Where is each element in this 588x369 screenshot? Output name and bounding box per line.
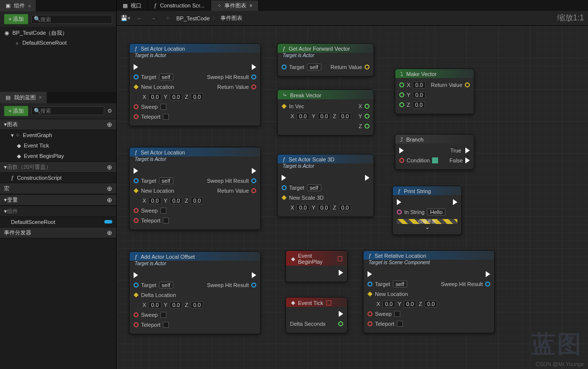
add-graph-icon[interactable]: ⊕ (107, 121, 112, 128)
section-components-sub[interactable]: ▾ 组件 (0, 206, 116, 217)
event-badge-icon (338, 256, 342, 261)
blueprint-icon: ▤ (5, 94, 11, 100)
target-pin[interactable] (134, 74, 139, 79)
exec-in-pin[interactable] (134, 168, 138, 174)
node-set-actor-location-2[interactable]: ƒSet Actor Location Target is Actor Targ… (129, 147, 261, 230)
node-set-actor-location-1[interactable]: ƒSet Actor Location Target is Actor Targ… (129, 43, 261, 126)
graph-icon[interactable]: ⁘ (162, 13, 172, 23)
zoom-label: 缩放1:1 (557, 13, 584, 23)
construction-script-item[interactable]: ƒConstructionScript (0, 173, 116, 183)
components-search[interactable]: 🔍 (31, 15, 112, 24)
components-tab-label: 组件 (14, 2, 25, 9)
section-macros[interactable]: 宏⊕ (0, 183, 116, 194)
add-dispatcher-icon[interactable]: ⊕ (107, 229, 112, 236)
actor-icon: ◉ (4, 30, 10, 36)
components-panel-tab[interactable]: ▣ 组件 × (0, 0, 36, 11)
exec-out-pin[interactable] (252, 168, 256, 174)
event-beginplay-item[interactable]: ◆Event BeginPlay (0, 151, 116, 161)
tab-eventgraph[interactable]: ⁘事件图表× (211, 0, 259, 11)
node-get-forward-vector[interactable]: ƒGet Actor Forward Vector Target is Acto… (277, 43, 374, 76)
expand-icon[interactable]: ⌄ (397, 224, 457, 230)
node-branch[interactable]: ⤴Branch True ConditionFalse (395, 134, 474, 170)
var-type-pill (104, 220, 112, 223)
myblueprint-search[interactable]: 🔍 (31, 106, 104, 115)
watermark: 蓝图 (531, 328, 583, 360)
breadcrumb[interactable]: BP_TestCode 〉 事件图表 (176, 14, 242, 22)
scene-root[interactable]: ⬦ DefaultSceneRoot (0, 38, 116, 47)
tab-viewport[interactable]: ▦视口 (117, 0, 148, 11)
event-tick-item[interactable]: ◆Event Tick (0, 141, 116, 151)
add-macro-icon[interactable]: ⊕ (107, 185, 112, 192)
components-icon: ▣ (5, 3, 11, 9)
eventgraph-item[interactable]: ▾ ⁘EventGraph (0, 130, 116, 141)
section-variables[interactable]: ▾ 变量⊕ (0, 194, 116, 206)
node-break-vector[interactable]: ⤷Break Vector In VecX X0.0 Y0.0 Z0.0Y Z (277, 89, 374, 136)
sweep-pin[interactable] (134, 104, 139, 109)
vector-pin[interactable] (134, 84, 139, 89)
scene-icon: ⬦ (14, 40, 20, 46)
gear-icon[interactable]: ⚙ (107, 108, 112, 114)
exec-in-pin[interactable] (134, 64, 138, 70)
search-input[interactable] (40, 108, 101, 114)
close-icon[interactable]: × (28, 3, 31, 9)
event-badge-icon (326, 300, 331, 305)
var-defaultsceneroot[interactable]: DefaultSceneRoot (0, 217, 116, 227)
nav-back-icon[interactable]: ← (135, 13, 145, 23)
node-make-vector[interactable]: ⤵Make Vector X0.0Return Value Y0.0 Z0.0 (395, 69, 474, 114)
myblueprint-panel-tab[interactable]: ▤ 我的蓝图 × (0, 92, 47, 103)
search-icon: 🔍 (34, 16, 40, 22)
search-icon: 🔍 (34, 108, 40, 114)
add-component-button[interactable]: + 添加 (4, 14, 28, 24)
add-func-icon[interactable]: ⊕ (107, 163, 112, 171)
close-icon[interactable]: × (39, 94, 42, 100)
section-dispatchers[interactable]: 事件分发器⊕ (0, 227, 116, 238)
condition-checkbox[interactable] (432, 157, 438, 163)
sweep-checkbox[interactable] (160, 104, 166, 110)
sweephit-pin[interactable] (251, 74, 256, 79)
nav-forward-icon[interactable]: → (148, 13, 158, 23)
credit-label: CSDN @Mr.Younge (535, 361, 584, 367)
tab-construction[interactable]: ƒConstruction Scr... (148, 1, 211, 10)
node-add-actor-local-offset[interactable]: ƒAdd Actor Local Offset Target is Actor … (129, 251, 261, 334)
node-event-tick[interactable]: ◆Event Tick Delta Seconds (286, 297, 348, 333)
section-functions[interactable]: ▾ 函数（20可覆盖）⊕ (0, 161, 116, 173)
node-event-beginplay[interactable]: ◆Event BeginPlay (286, 250, 348, 282)
actor-root[interactable]: ◉ BP_TestCode（自我） (0, 28, 116, 38)
node-set-actor-scale[interactable]: ƒSet Actor Scale 3D Target is Actor Targ… (277, 154, 374, 217)
section-graphs[interactable]: ▾ 图表⊕ (0, 119, 116, 130)
node-set-relative-location[interactable]: ƒSet Relative Location Target is Scene C… (363, 250, 495, 333)
node-print-string[interactable]: ƒPrint String In StringHello 仅限开发 ⌄ (392, 186, 462, 235)
add-blueprint-item-button[interactable]: + 添加 (4, 106, 28, 116)
exec-out-pin[interactable] (252, 64, 256, 70)
teleport-checkbox[interactable] (163, 114, 169, 120)
return-pin[interactable] (251, 84, 256, 89)
teleport-pin[interactable] (134, 114, 139, 119)
save-icon[interactable]: 💾▾ (121, 13, 131, 23)
chevron-right-icon: 〉 (213, 15, 218, 22)
graph-canvas[interactable]: ƒSet Actor Location Target is Actor Targ… (117, 26, 588, 369)
search-input[interactable] (40, 16, 109, 22)
add-var-icon[interactable]: ⊕ (107, 196, 112, 204)
close-icon[interactable]: × (249, 2, 252, 8)
